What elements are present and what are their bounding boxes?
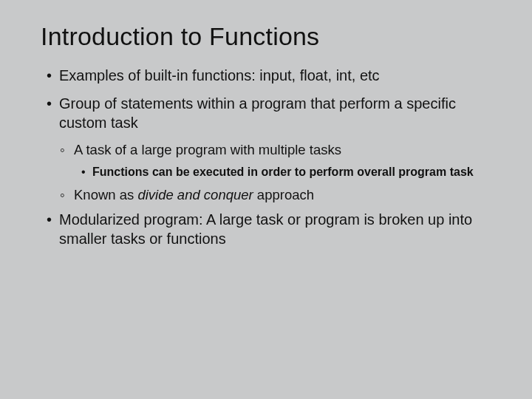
bullet-level2: ◦ Known as divide and conquer approach	[41, 186, 495, 204]
bullet-level2: ◦ A task of a large program with multipl…	[41, 141, 495, 159]
bullet-text: Modularized program: A large task or pro…	[59, 211, 472, 247]
bullet-text: Examples of built-in functions: input, f…	[59, 67, 380, 83]
bullet-ring-icon: ◦	[60, 186, 65, 204]
bullet-dot-icon: •	[47, 66, 52, 85]
bullet-text: Known as	[74, 187, 137, 202]
bullet-text: Functions can be executed in order to pe…	[92, 166, 474, 178]
bullet-dot-icon: •	[47, 210, 52, 229]
bullet-text-italic: divide and conquer	[137, 187, 253, 202]
bullet-text: A task of a large program with multiple …	[74, 142, 341, 157]
bullet-level1: • Modularized program: A large task or p…	[41, 210, 495, 248]
bullet-list: • Examples of built-in functions: input,…	[41, 66, 495, 248]
slide-title: Introduction to Functions	[41, 22, 495, 51]
bullet-level1: • Group of statements within a program t…	[41, 94, 495, 132]
bullet-dot-icon: •	[47, 94, 52, 113]
bullet-level3: • Functions can be executed in order to …	[41, 165, 495, 180]
bullet-text: Group of statements within a program tha…	[59, 95, 456, 131]
bullet-ring-icon: ◦	[60, 141, 65, 159]
slide: Introduction to Functions • Examples of …	[0, 0, 532, 399]
bullet-text: approach	[253, 187, 314, 202]
bullet-dot-icon: •	[81, 165, 86, 180]
bullet-level1: • Examples of built-in functions: input,…	[41, 66, 495, 85]
